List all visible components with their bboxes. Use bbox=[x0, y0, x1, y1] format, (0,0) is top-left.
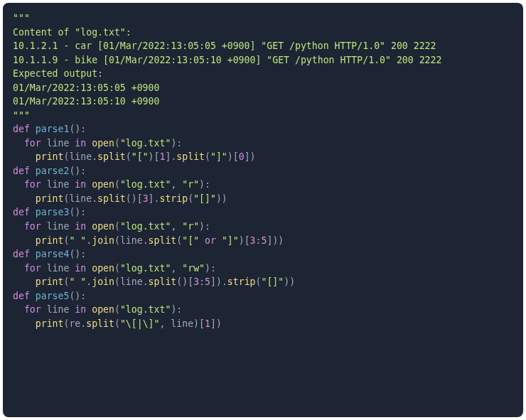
token-punc: ]. bbox=[149, 193, 160, 204]
token-str: "\[|\]" bbox=[120, 318, 160, 329]
token-str: "log.txt" bbox=[120, 221, 171, 232]
token-ident bbox=[30, 124, 36, 134]
token-punc: (line. bbox=[114, 235, 149, 246]
token-punc: ): bbox=[171, 304, 182, 315]
token-ident bbox=[13, 263, 24, 274]
token-punc: . bbox=[86, 276, 92, 287]
token-str: " " bbox=[69, 235, 86, 246]
token-kw: in bbox=[75, 263, 86, 274]
token-punc: ]. bbox=[165, 151, 176, 162]
token-kw: def bbox=[13, 166, 30, 176]
token-ident bbox=[13, 193, 36, 204]
token-punc: (): bbox=[69, 207, 86, 217]
token-call: open bbox=[92, 221, 114, 232]
code-line: print(" ".join(line.split("[" or "]")[3:… bbox=[13, 234, 513, 248]
token-punc: ()[ bbox=[126, 193, 143, 204]
token-ident bbox=[30, 166, 36, 176]
token-kw: in bbox=[75, 138, 86, 149]
token-str: 10.1.1.9 - bike [01/Mar/2022:13:05:10 +0… bbox=[13, 55, 441, 65]
token-kw: def bbox=[13, 124, 30, 134]
code-line: Content of "log.txt": bbox=[13, 26, 513, 40]
code-line: Expected output: bbox=[13, 67, 513, 81]
token-punc: (): bbox=[69, 249, 86, 259]
token-kw: for bbox=[24, 179, 41, 190]
token-str: " " bbox=[69, 276, 86, 287]
token-ident bbox=[30, 249, 36, 259]
code-line: """ bbox=[13, 109, 513, 123]
token-ident: line bbox=[41, 179, 75, 190]
token-kw: def bbox=[13, 207, 30, 217]
token-str: """ bbox=[13, 110, 30, 121]
token-str: "rw" bbox=[182, 263, 205, 274]
token-punc: )[ bbox=[239, 235, 250, 246]
token-kw: in bbox=[75, 179, 86, 190]
token-str: "[" bbox=[132, 151, 149, 162]
code-line: for line in open("log.txt"): bbox=[13, 303, 513, 317]
token-ident bbox=[13, 138, 24, 149]
token-num: 1 bbox=[205, 318, 210, 329]
token-punc: ( bbox=[114, 138, 120, 149]
token-num: 5 bbox=[205, 276, 210, 287]
token-method: split bbox=[149, 276, 177, 287]
token-ident bbox=[13, 318, 36, 329]
token-str: 10.1.2.1 - car [01/Mar/2022:13:05:05 +09… bbox=[13, 41, 436, 51]
token-num: 3 bbox=[143, 193, 149, 204]
code-line: print(" ".join(line.split()[3:5]).strip(… bbox=[13, 275, 513, 289]
token-ident bbox=[86, 179, 92, 190]
token-call: print bbox=[36, 235, 64, 246]
token-punc: ]) bbox=[210, 318, 222, 329]
code-line: print(line.split()[3].strip("[]")) bbox=[13, 192, 513, 206]
token-ident bbox=[13, 151, 36, 162]
token-str: Expected output: bbox=[13, 68, 103, 79]
token-call: print bbox=[36, 318, 64, 329]
token-str: "log.txt" bbox=[120, 263, 171, 274]
token-punc: )) bbox=[284, 276, 295, 287]
token-ident bbox=[86, 138, 92, 149]
token-method: join bbox=[92, 235, 114, 246]
token-fnname: parse1 bbox=[36, 124, 70, 134]
token-method: strip bbox=[227, 276, 256, 287]
token-str: """ bbox=[13, 13, 30, 23]
token-str: "r" bbox=[182, 179, 199, 190]
code-line: 01/Mar/2022:13:05:10 +0900 bbox=[13, 95, 513, 109]
token-punc: (line. bbox=[63, 193, 97, 204]
code-line: 10.1.2.1 - car [01/Mar/2022:13:05:05 +09… bbox=[13, 39, 513, 53]
token-ident bbox=[13, 304, 24, 315]
token-ident bbox=[86, 263, 92, 274]
code-line: for line in open("log.txt", "r"): bbox=[13, 178, 513, 192]
token-punc: ])) bbox=[267, 235, 284, 246]
token-punc: . bbox=[86, 235, 92, 246]
token-call: print bbox=[36, 151, 64, 162]
token-kw: or bbox=[205, 235, 216, 246]
token-punc: ): bbox=[199, 179, 210, 190]
token-punc: )) bbox=[216, 193, 227, 204]
token-kw: for bbox=[24, 138, 41, 149]
token-num: 3 bbox=[250, 235, 256, 246]
code-content: """Content of "log.txt":10.1.2.1 - car [… bbox=[13, 11, 513, 330]
code-line: def parse4(): bbox=[13, 247, 513, 262]
token-punc: ( bbox=[114, 304, 120, 315]
token-ident bbox=[199, 235, 205, 246]
code-line: def parse1(): bbox=[13, 122, 513, 136]
token-kw: def bbox=[13, 291, 30, 301]
token-punc: ( bbox=[114, 318, 120, 329]
code-line: for line in open("log.txt"): bbox=[13, 136, 513, 151]
token-str: "log.txt" bbox=[120, 179, 171, 190]
token-str: "[]" bbox=[261, 276, 284, 287]
token-str: "r" bbox=[182, 221, 199, 232]
token-punc: ( bbox=[114, 221, 120, 232]
token-punc: (line. bbox=[114, 276, 149, 287]
token-punc: ]). bbox=[210, 276, 227, 287]
token-num: 0 bbox=[239, 151, 245, 162]
token-punc: : bbox=[256, 235, 262, 246]
code-line: print(line.split("[")[1].split("]")[0]) bbox=[13, 150, 513, 164]
code-line: def parse2(): bbox=[13, 164, 513, 178]
token-num: 3 bbox=[193, 276, 199, 287]
token-punc: ): bbox=[205, 263, 216, 274]
code-line: 10.1.1.9 - bike [01/Mar/2022:13:05:10 +0… bbox=[13, 53, 513, 68]
token-ident bbox=[216, 235, 222, 246]
token-method: split bbox=[176, 151, 205, 162]
token-punc: ): bbox=[199, 221, 210, 232]
token-method: split bbox=[97, 193, 126, 204]
token-str: 01/Mar/2022:13:05:10 +0900 bbox=[13, 96, 159, 107]
